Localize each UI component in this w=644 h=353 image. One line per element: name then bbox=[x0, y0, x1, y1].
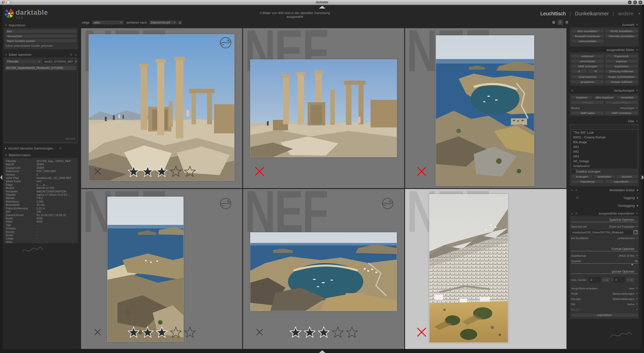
collect-rule-combo[interactable]: Filmrolle▼ bbox=[5, 60, 42, 64]
style-delete-button[interactable]: löschen bbox=[616, 175, 638, 178]
panel-header-recent-collections[interactable]: ▶ kürzlich benutzte Sammlungen ⊙ bbox=[5, 146, 76, 150]
reset-icon[interactable]: ⊙ bbox=[70, 53, 72, 56]
collapse-top-panel-arrow[interactable] bbox=[319, 6, 326, 9]
rotate-cw-button[interactable]: ↻ bbox=[588, 69, 604, 73]
panel-header-geotagging[interactable]: Geotagging ◀ bbox=[571, 204, 638, 208]
presets-menu-icon[interactable]: ≡ bbox=[75, 53, 76, 56]
reset-icon[interactable]: ⊙ bbox=[576, 196, 578, 199]
filter-show-combo[interactable]: alles▼ bbox=[92, 20, 124, 25]
preferences-gear-icon[interactable]: ⚙ bbox=[565, 20, 569, 25]
max-height-input[interactable]: 0 bbox=[614, 277, 625, 283]
expand-bottom-panel-arrow[interactable] bbox=[319, 350, 326, 353]
presets-menu-icon[interactable]: ≡ bbox=[571, 212, 573, 215]
style-list-item[interactable]: AR1 bbox=[572, 145, 637, 149]
chevron-expand-icon[interactable]: ∨ bbox=[75, 60, 77, 63]
star-rating[interactable] bbox=[290, 327, 358, 338]
reset-icon[interactable]: ⊙ bbox=[571, 89, 573, 92]
collapse-left-panel-arrow[interactable] bbox=[0, 175, 2, 180]
group-expander-icon[interactable] bbox=[220, 198, 231, 209]
view-caret-icon[interactable]: ▼ bbox=[638, 12, 640, 15]
overlays-toggle-star-icon[interactable]: ☆ bbox=[557, 20, 563, 25]
move-button[interactable]: verschieben bbox=[571, 59, 604, 63]
reject-toggle[interactable] bbox=[93, 328, 102, 337]
panel-header-styles[interactable]: Stile ▼ bbox=[571, 119, 638, 123]
reject-flag-icon[interactable] bbox=[416, 326, 427, 338]
create-hdr-button[interactable]: HDR erzeugen bbox=[571, 64, 604, 68]
style-list-item[interactable]: AR3 bbox=[572, 154, 637, 159]
reset-icon[interactable]: ⊙ bbox=[575, 212, 577, 215]
star-rating-icon[interactable] bbox=[142, 166, 153, 177]
style-create-button[interactable]: erzeugen bbox=[571, 175, 593, 178]
rejected-mark[interactable] bbox=[416, 166, 427, 177]
copy-locally-button[interactable]: lokal kopieren bbox=[571, 75, 604, 79]
group-expander-icon[interactable] bbox=[382, 198, 393, 209]
thumbnail-cell[interactable]: NEF bbox=[243, 28, 404, 188]
style-list-item[interactable]: AR_Vintage bbox=[572, 159, 637, 164]
grouping-toggle[interactable]: G bbox=[552, 20, 555, 24]
reject-toggle-icon[interactable] bbox=[255, 328, 264, 337]
style-list-item[interactable]: Andalusien1 bbox=[572, 164, 637, 168]
collect-selected-filmroll[interactable]: 2017/09_September/01_Rhodos/01_D7100/01 bbox=[5, 66, 76, 70]
presets-menu-icon[interactable]: ≡ bbox=[571, 189, 573, 192]
select-untouched-button[interactable]: unbearbeitete bbox=[571, 39, 604, 43]
star-rating-icon[interactable] bbox=[332, 327, 344, 338]
style-import-button[interactable]: importieren bbox=[571, 180, 604, 183]
view-other[interactable]: andere bbox=[618, 11, 633, 16]
panel-header-collect[interactable]: ▼ Bilder sammeln ⊙ ≡ bbox=[5, 53, 76, 57]
select-none-button[interactable]: nichts auswählen bbox=[605, 29, 638, 33]
export-button[interactable]: exportieren bbox=[571, 313, 638, 317]
reset-icon[interactable]: ⊙ bbox=[575, 188, 577, 192]
remove-button[interactable]: entfernen bbox=[571, 54, 604, 58]
style-list-item[interactable]: 60s image bbox=[572, 140, 637, 145]
import-image-button[interactable]: Bild bbox=[5, 29, 77, 33]
maximize-button[interactable]: ◇ bbox=[633, 1, 637, 4]
collect-results-list[interactable]: 2017/09_September/01_Rhodos/01_D7100/01 bbox=[5, 66, 77, 141]
xmp-load-button[interactable]: XMP laden bbox=[571, 111, 604, 115]
group-button[interactable]: gruppieren bbox=[571, 80, 604, 84]
copy-button[interactable]: kopieren bbox=[605, 59, 638, 63]
minimize-button[interactable]: ⌄ bbox=[628, 1, 632, 4]
styles-search-input[interactable] bbox=[571, 125, 637, 129]
duplicate-checkbox[interactable] bbox=[571, 170, 575, 173]
styles-list[interactable]: "The 300" Look00001 - Creamy Portrait60s… bbox=[571, 130, 637, 168]
star-rating-icon[interactable] bbox=[318, 327, 330, 338]
scrollbar-thumb[interactable] bbox=[65, 138, 75, 140]
star-rating-icon[interactable] bbox=[304, 327, 315, 338]
export-path-input[interactable]: /media/ssd2/02_Fotos/2017/00_Bildbearb bbox=[571, 230, 632, 234]
group-overlay[interactable] bbox=[382, 198, 393, 209]
intent-combo[interactable]: Bildeinstellungen ▼ bbox=[613, 297, 638, 300]
reject-flag-icon[interactable] bbox=[416, 166, 427, 177]
storage-target-combo[interactable]: Datei auf Festplatte ▼ bbox=[609, 225, 638, 228]
folder-picker-icon[interactable] bbox=[633, 230, 638, 234]
star-rating-icon[interactable] bbox=[128, 166, 139, 177]
star-rating-icon[interactable] bbox=[156, 166, 168, 177]
trash-button[interactable]: Papierkorb bbox=[605, 54, 638, 58]
width-stepper[interactable]: − + bbox=[601, 277, 610, 283]
panel-header-export[interactable]: ≡ ⊙ ausgewählte exportieren ▼ bbox=[571, 211, 638, 216]
ungroup-button[interactable]: Gruppe auflösen bbox=[605, 80, 638, 84]
collapse-right-panel-arrow[interactable] bbox=[642, 175, 644, 180]
select-filmroll-button[interactable]: Filmrolle auswählen bbox=[605, 34, 638, 38]
panel-header-history-stack[interactable]: ⊙ Verlaufsstapel ▼ bbox=[571, 88, 638, 93]
slider-marker-icon[interactable] bbox=[631, 264, 633, 265]
format-combo[interactable]: JPEG (8 Bit) ▼ bbox=[618, 254, 638, 257]
select-all-button[interactable]: alles auswählen bbox=[571, 29, 604, 33]
history-copy-button[interactable]: kopieren bbox=[571, 95, 593, 99]
style-list-item[interactable]: "The 300" Look bbox=[572, 130, 637, 135]
import-folder-button[interactable]: Verzeichnis bbox=[5, 34, 77, 38]
star-rating-icon[interactable] bbox=[346, 327, 358, 338]
filter-sort-combo[interactable]: Datum/Uhrzeit▼ bbox=[149, 20, 177, 25]
style-list-item[interactable]: 00001 - Creamy Portrait bbox=[572, 135, 637, 140]
star-rating-icon[interactable] bbox=[128, 327, 139, 338]
panel-header-metadata-editor[interactable]: ≡ ⊙ Metadaten-Editor ◀ bbox=[571, 188, 638, 192]
upscale-combo[interactable]: nein ▼ bbox=[629, 287, 638, 290]
reject-toggle[interactable] bbox=[93, 167, 102, 176]
reset-rotation-button[interactable]: Drehung entfernen bbox=[605, 69, 638, 73]
thumbnail-cell[interactable]: NEF bbox=[405, 28, 567, 188]
star-rating-icon[interactable] bbox=[290, 327, 301, 338]
invert-selection-button[interactable]: Auswahl invertieren bbox=[571, 34, 604, 38]
rotate-ccw-button[interactable]: ↺ bbox=[571, 69, 587, 73]
rejected-mark[interactable] bbox=[254, 166, 265, 177]
group-overlay[interactable] bbox=[220, 198, 231, 209]
rejected-mark[interactable] bbox=[416, 326, 427, 338]
